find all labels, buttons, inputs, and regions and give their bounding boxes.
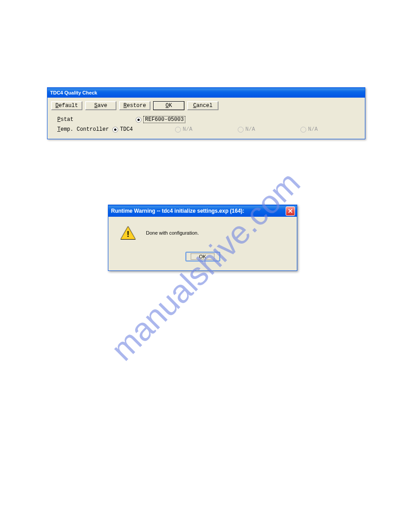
- cancel-button[interactable]: Cancel: [187, 101, 218, 110]
- dialog-title: Runtime Warning -- tdc4 initialize setti…: [111, 207, 244, 215]
- pstat-radio-ref600[interactable]: REF600-05003: [136, 116, 198, 123]
- restore-button[interactable]: Restore: [119, 101, 150, 110]
- save-button[interactable]: Save: [85, 101, 116, 110]
- temp-controller-row: Temp. Controller TDC4 N/A N/A: [57, 124, 363, 134]
- radio-icon: [238, 127, 244, 133]
- ok-button[interactable]: OK: [185, 252, 220, 262]
- pstat-radio-label: REF600-05003: [143, 116, 185, 123]
- temp-radio-tdc4[interactable]: TDC4: [112, 126, 175, 133]
- close-button[interactable]: [286, 206, 295, 216]
- form-rows: Pstat REF600-05003 Temp. Controller TDC4: [49, 115, 363, 134]
- runtime-warning-dialog: Runtime Warning -- tdc4 initialize setti…: [108, 205, 297, 271]
- message-row: ! Done with configuration.: [118, 226, 287, 240]
- temp-radio-na-3: N/A: [300, 126, 363, 133]
- toolbar-button-row: Default Save Restore OK Cancel: [49, 101, 363, 110]
- dialog-body: Default Save Restore OK Cancel Pstat REF…: [47, 98, 365, 139]
- ok-button-row: OK: [118, 252, 287, 262]
- temp-radio-label: N/A: [183, 126, 193, 133]
- pstat-label: Pstat: [57, 116, 136, 123]
- default-button[interactable]: Default: [51, 101, 82, 110]
- radio-icon: [112, 127, 118, 133]
- dialog-title: TDC4 Quality Check: [50, 90, 97, 95]
- temp-controller-radio-group: TDC4 N/A N/A N/A: [112, 126, 363, 133]
- radio-icon: [300, 127, 306, 133]
- ok-button-label: OK: [191, 253, 215, 260]
- dialog-titlebar[interactable]: TDC4 Quality Check: [47, 88, 365, 98]
- message-text: Done with configuration.: [146, 230, 199, 236]
- ok-button[interactable]: OK: [153, 101, 184, 110]
- radio-icon: [136, 117, 141, 123]
- temp-radio-na-1: N/A: [175, 126, 238, 133]
- warning-icon: !: [121, 226, 135, 240]
- temp-radio-label: N/A: [308, 126, 318, 133]
- pstat-row: Pstat REF600-05003: [57, 115, 363, 124]
- dialog-body: ! Done with configuration. OK: [108, 217, 297, 270]
- temp-radio-na-2: N/A: [238, 126, 300, 133]
- radio-icon: [175, 127, 181, 133]
- tdc4-quality-check-dialog: TDC4 Quality Check Default Save Restore …: [47, 87, 365, 139]
- temp-radio-label: TDC4: [120, 126, 133, 133]
- temp-radio-label: N/A: [245, 126, 255, 133]
- dialog-titlebar[interactable]: Runtime Warning -- tdc4 initialize setti…: [108, 205, 297, 217]
- pstat-radio-group: REF600-05003: [136, 116, 198, 123]
- temp-controller-label: Temp. Controller: [57, 126, 112, 133]
